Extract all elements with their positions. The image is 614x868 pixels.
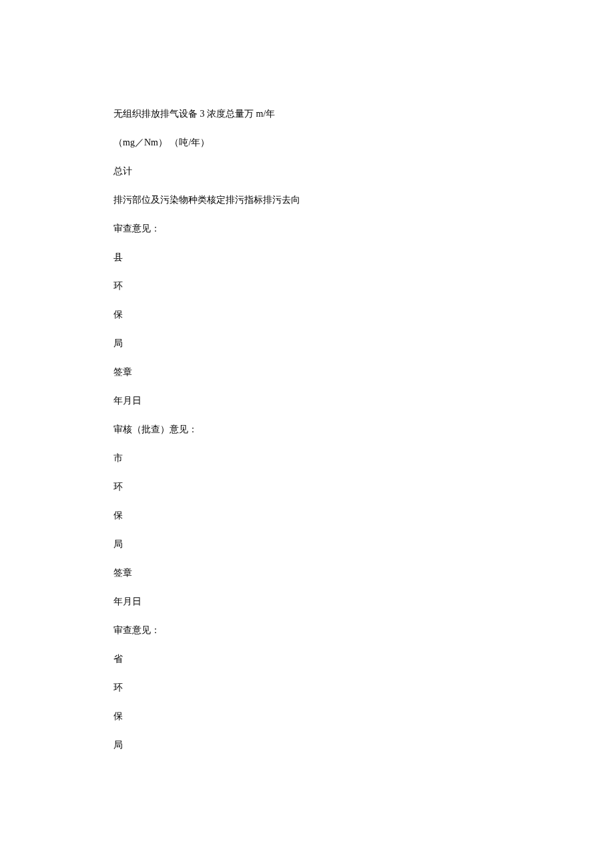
text-line: （mg／Nm） （吨/年） (113, 135, 501, 149)
text-line: 审查意见： (113, 222, 501, 236)
text-line: 保 (113, 709, 501, 723)
text-line: 保 (113, 308, 501, 322)
text-line: 年月日 (113, 394, 501, 408)
text-line: 签章 (113, 566, 501, 580)
text-line: 环 (113, 681, 501, 695)
text-line: 审查意见： (113, 623, 501, 637)
text-line: 局 (113, 537, 501, 551)
text-line: 年月日 (113, 594, 501, 608)
text-line: 审核（批查）意见： (113, 422, 501, 436)
text-line: 排污部位及污染物种类核定排污指标排污去向 (113, 193, 501, 207)
text-line: 无组织排放排气设备 3 浓度总量万 m/年 (113, 107, 501, 121)
text-line: 县 (113, 250, 501, 264)
text-line: 保 (113, 508, 501, 522)
text-line: 签章 (113, 365, 501, 379)
text-line: 总计 (113, 164, 501, 178)
text-line: 省 (113, 652, 501, 666)
text-line: 环 (113, 480, 501, 494)
text-line: 局 (113, 336, 501, 350)
text-line: 环 (113, 279, 501, 293)
text-line: 市 (113, 451, 501, 465)
text-line: 局 (113, 738, 501, 752)
